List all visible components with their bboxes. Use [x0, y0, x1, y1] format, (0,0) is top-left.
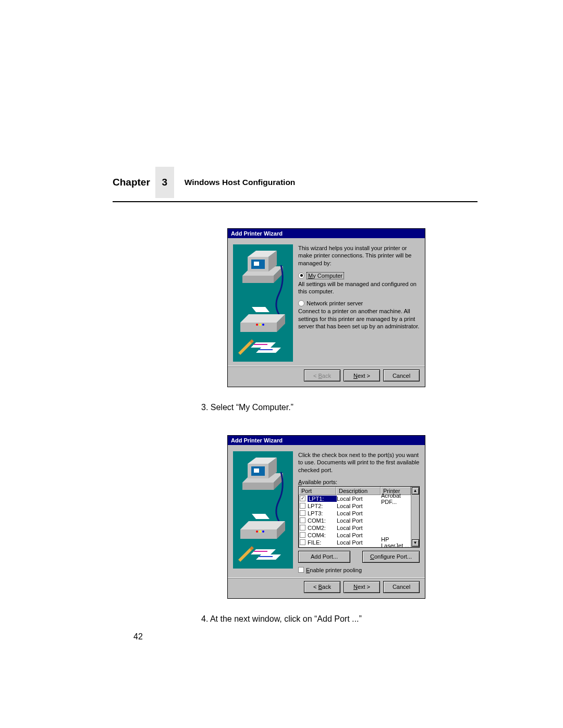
port-description: Local Port — [337, 510, 381, 516]
add-printer-wizard-dialog-1: Add Printer Wizard — [227, 228, 425, 387]
chapter-label: Chapter — [113, 177, 150, 188]
port-name: COM4: — [308, 532, 337, 538]
step-3-text: 3. Select “My Computer.” — [201, 403, 478, 412]
svg-marker-32 — [240, 529, 277, 539]
port-description: Local Port — [337, 517, 381, 524]
svg-marker-24 — [242, 483, 274, 490]
scrollbar[interactable]: ▲ ▼ — [411, 487, 419, 547]
cancel-button[interactable]: Cancel — [383, 581, 420, 593]
available-ports-label: Available ports: — [298, 479, 420, 485]
port-printer: HP LaserJet ... — [381, 536, 410, 549]
col-description: Description — [336, 487, 381, 495]
dialog-intro: This wizard helps you install your print… — [298, 244, 420, 267]
port-name: LPT3: — [308, 510, 337, 516]
svg-point-14 — [259, 324, 261, 326]
port-checkbox[interactable] — [300, 503, 305, 509]
add-port-button[interactable]: Add Port... — [298, 551, 350, 563]
port-description: Local Port — [337, 525, 381, 531]
port-name: COM1: — [308, 517, 337, 524]
svg-point-37 — [262, 530, 264, 533]
port-description: Local Port — [337, 496, 381, 502]
port-row[interactable]: FILE:Local PortHP LaserJet ... — [299, 539, 411, 546]
port-row[interactable]: COM2:Local Port — [299, 524, 411, 532]
port-checkbox[interactable] — [300, 510, 305, 516]
port-name: COM2: — [308, 525, 337, 531]
port-row[interactable]: LPT1:Local PortAcrobat PDF... — [299, 495, 411, 502]
radio-network-label: Network printer server — [307, 300, 363, 306]
dialog-titlebar: Add Printer Wizard — [228, 436, 425, 445]
port-checkbox[interactable] — [300, 525, 305, 530]
dialog2-intro: Click the check box next to the port(s) … — [298, 451, 420, 474]
configure-port-button[interactable]: Configure Port... — [362, 551, 420, 563]
port-description: Local Port — [337, 503, 381, 509]
chapter-number: 3 — [155, 167, 174, 198]
wizard-graphic-icon — [233, 244, 293, 362]
port-checkbox[interactable] — [300, 539, 305, 545]
port-row[interactable]: COM1:Local Port — [299, 517, 411, 524]
port-description: Local Port — [337, 539, 381, 546]
chapter-header: Chapter 3 Windows Host Configuration — [113, 167, 478, 198]
svg-point-15 — [262, 324, 264, 326]
svg-point-35 — [256, 530, 258, 533]
port-name: LPT2: — [308, 503, 337, 509]
back-button[interactable]: < Back — [304, 581, 340, 593]
port-description: Local Port — [337, 532, 381, 538]
radio2-description: Connect to a printer on another machine.… — [298, 307, 420, 330]
radio-my-computer-label: My Computer — [307, 272, 344, 279]
svg-point-36 — [259, 530, 261, 533]
cancel-button[interactable]: Cancel — [383, 369, 420, 381]
radio1-description: All settings will be managed and configu… — [298, 280, 420, 295]
ports-listbox[interactable]: Port Description Printer LPT1:Local Port… — [298, 486, 420, 548]
scroll-down-icon[interactable]: ▼ — [412, 539, 419, 547]
port-name: FILE: — [308, 539, 337, 546]
header-divider — [113, 201, 478, 202]
port-row[interactable]: LPT3:Local Port — [299, 510, 411, 517]
chapter-title: Windows Host Configuration — [185, 178, 296, 187]
col-port: Port — [299, 487, 336, 495]
enable-pooling-label: Enable printer pooling — [306, 567, 362, 573]
port-checkbox[interactable] — [300, 496, 305, 501]
back-button[interactable]: < Back — [304, 369, 340, 381]
step-4-text: 4. At the next window, click on “Add Por… — [201, 614, 478, 624]
dialog-titlebar: Add Printer Wizard — [228, 229, 425, 238]
svg-rect-21 — [259, 349, 273, 350]
radio-network-server[interactable]: Network printer server — [298, 300, 420, 306]
svg-marker-10 — [240, 323, 277, 332]
next-button[interactable]: Next > — [344, 581, 380, 593]
wizard-graphic-icon — [233, 451, 293, 569]
svg-rect-30 — [254, 468, 259, 473]
radio-selected-icon — [298, 273, 304, 279]
svg-point-13 — [256, 324, 258, 326]
svg-rect-20 — [254, 344, 267, 345]
page-number: 42 — [133, 632, 478, 641]
svg-rect-8 — [254, 262, 259, 266]
radio-unselected-icon — [298, 300, 304, 306]
radio-my-computer[interactable]: My Computer — [298, 272, 420, 279]
next-button[interactable]: Next > — [344, 369, 380, 381]
port-checkbox[interactable] — [300, 517, 305, 523]
port-name: LPT1: — [308, 496, 337, 502]
add-printer-wizard-dialog-2: Add Printer Wizard — [227, 435, 425, 599]
svg-rect-42 — [254, 551, 267, 552]
scroll-up-icon[interactable]: ▲ — [412, 487, 419, 495]
port-printer: Acrobat PDF... — [381, 492, 410, 505]
port-checkbox[interactable] — [300, 532, 305, 538]
svg-marker-2 — [242, 276, 274, 283]
enable-pooling-checkbox[interactable]: Enable printer pooling — [298, 567, 420, 573]
svg-rect-43 — [259, 556, 273, 557]
